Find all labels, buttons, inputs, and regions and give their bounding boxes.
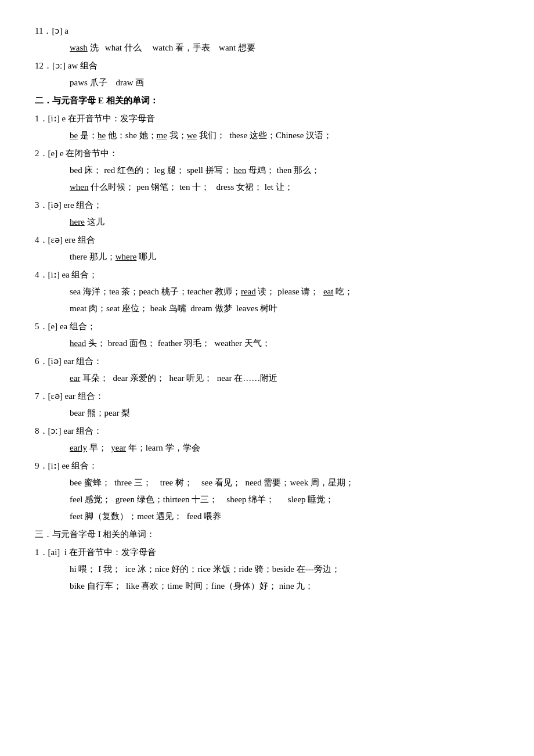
section-e3: 3．[iə] ere 组合； here 这儿: [35, 197, 499, 230]
section-e3b-line-1: there 那儿；where 哪儿: [35, 249, 499, 265]
section-i1-line-1: hi 喂； I 我； ice 冰；nice 好的；rice 米饭；ride 骑；…: [35, 561, 499, 577]
section-11: 11．[ɔ] a wash 洗 what 什么 watch 看，手表 want …: [35, 23, 499, 56]
section-12-header: 12．[ɔː] aw 组合: [35, 58, 499, 74]
section-e1-line-1: be 是；he 他；she 她；me 我；we 我们； these 这些；Chi…: [35, 128, 499, 143]
section-e8: 8．[ɔː] ear 组合： early 早； year 年；learn 学，学…: [35, 423, 499, 456]
section-e9: 9．[iː] ee 组合： bee 蜜蜂； three 三； tree 树； s…: [35, 458, 499, 524]
section-e8-header: 8．[ɔː] ear 组合：: [35, 423, 499, 439]
section-e3b: 4．[εə] ere 组合 there 那儿；where 哪儿: [35, 232, 499, 265]
section-11-line-1: wash 洗 what 什么 watch 看，手表 want 想要: [35, 40, 499, 56]
section-e5-header: 5．[e] ea 组合；: [35, 319, 499, 334]
section-er2: 二．与元音字母 E 相关的单词：: [35, 93, 499, 109]
section-12: 12．[ɔː] aw 组合 paws 爪子 draw 画: [35, 58, 499, 91]
section-e4-line-2: meat 肉；seat 座位； beak 鸟嘴 dream 做梦 leaves …: [35, 301, 499, 316]
section-e7-header: 7．[εə] ear 组合：: [35, 388, 499, 404]
section-i1-header: 1．[ai] i 在开音节中：发字母音: [35, 545, 499, 560]
section-11-header: 11．[ɔ] a: [35, 23, 499, 39]
section-e4-header: 4．[iː] ea 组合；: [35, 267, 499, 283]
section-er3: 三．与元音字母 I 相关的单词：: [35, 527, 499, 542]
section-e2: 2．[e] e 在闭音节中： bed 床； red 红色的； leg 腿； sp…: [35, 146, 499, 195]
section-e3b-header: 4．[εə] ere 组合: [35, 232, 499, 248]
section-i1-line-2: bike 自行车； like 喜欢；time 时间；fine（身体）好； nin…: [35, 578, 499, 594]
section-12-line-1: paws 爪子 draw 画: [35, 75, 499, 91]
section-e4-line-1: sea 海洋；tea 茶；peach 桃子；teacher 教师；read 读；…: [35, 284, 499, 300]
section-e5: 5．[e] ea 组合； head 头； bread 面包； feather 羽…: [35, 319, 499, 351]
section-e8-line-1: early 早； year 年；learn 学，学会: [35, 440, 499, 456]
section-e9-header: 9．[iː] ee 组合：: [35, 458, 499, 474]
section-e6-line-1: ear 耳朵； dear 亲爱的； hear 听见； near 在……附近: [35, 370, 499, 386]
section-i1: 1．[ai] i 在开音节中：发字母音 hi 喂； I 我； ice 冰；nic…: [35, 545, 499, 594]
section-e5-line-1: head 头； bread 面包； feather 羽毛； weather 天气…: [35, 336, 499, 351]
section-e4: 4．[iː] ea 组合； sea 海洋；tea 茶；peach 桃子；teac…: [35, 267, 499, 316]
section-e2-line-2: when 什么时候； pen 钢笔； ten 十； dress 女裙； let …: [35, 179, 499, 195]
section-e3-header: 3．[iə] ere 组合；: [35, 197, 499, 213]
section-e2-line-1: bed 床； red 红色的； leg 腿； spell 拼写； hen 母鸡；…: [35, 163, 499, 178]
section-e9-line-1: bee 蜜蜂； three 三； tree 树； see 看见； need 需要…: [35, 475, 499, 491]
page-content: 11．[ɔ] a wash 洗 what 什么 watch 看，手表 want …: [35, 23, 499, 594]
section-e6: 6．[iə] ear 组合： ear 耳朵； dear 亲爱的； hear 听见…: [35, 354, 499, 386]
section-e7: 7．[εə] ear 组合： bear 熊；pear 梨: [35, 388, 499, 421]
section-er3-header: 三．与元音字母 I 相关的单词：: [35, 527, 499, 542]
section-er2-header: 二．与元音字母 E 相关的单词：: [35, 93, 499, 109]
section-e7-line-1: bear 熊；pear 梨: [35, 405, 499, 421]
section-e3-line-1: here 这儿: [35, 214, 499, 230]
section-e1-header: 1．[iː] e 在开音节中：发字母音: [35, 111, 499, 127]
section-e2-header: 2．[e] e 在闭音节中：: [35, 146, 499, 161]
section-e9-line-2: feel 感觉； green 绿色；thirteen 十三； sheep 绵羊；…: [35, 492, 499, 507]
section-e1: 1．[iː] e 在开音节中：发字母音 be 是；he 他；she 她；me 我…: [35, 111, 499, 143]
section-e9-line-3: feet 脚（复数）；meet 遇见； feed 喂养: [35, 509, 499, 524]
section-e6-header: 6．[iə] ear 组合：: [35, 354, 499, 369]
